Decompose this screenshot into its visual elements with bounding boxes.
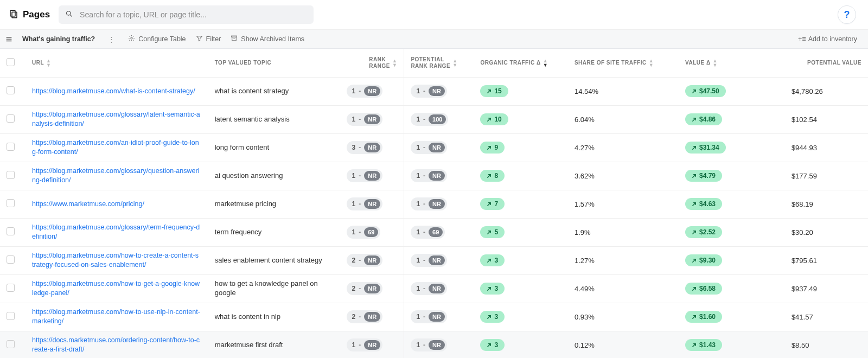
rank-range-pill: 2-NR bbox=[347, 282, 383, 295]
value-delta-pill: $4.79 bbox=[685, 170, 722, 182]
page-url-link[interactable]: https://blog.marketmuse.com/glossary/que… bbox=[32, 167, 200, 185]
table-row: https://blog.marketmuse.com/glossary/ter… bbox=[0, 218, 868, 246]
value-delta-pill: $1.60 bbox=[685, 311, 722, 323]
col-topic[interactable]: TOP VALUED TOPIC bbox=[208, 49, 340, 77]
arrow-up-right-icon bbox=[487, 315, 492, 319]
top-valued-topic: how to get a knowledge panel on google bbox=[208, 274, 340, 303]
potential-value: $4,780.26 bbox=[785, 77, 868, 105]
col-share-traffic[interactable]: SHARE OF SITE TRAFFIC▲▼ bbox=[568, 49, 679, 77]
value-delta-pill: $31.34 bbox=[685, 142, 726, 154]
rank-range-pill: 1-NR bbox=[347, 85, 383, 98]
table-row: https://blog.marketmuse.com/how-to-get-a… bbox=[0, 274, 868, 303]
page-url-link[interactable]: https://blog.marketmuse.com/an-idiot-pro… bbox=[32, 138, 200, 157]
svg-rect-5 bbox=[7, 39, 12, 40]
share-of-traffic: 4.27% bbox=[568, 133, 679, 162]
row-checkbox[interactable] bbox=[7, 227, 15, 235]
potential-rank-range-pill: 1-NR bbox=[411, 310, 447, 323]
gear-icon bbox=[128, 35, 135, 43]
configure-table-button[interactable]: Configure Table bbox=[128, 35, 186, 43]
page-url-link[interactable]: https://blog.marketmuse.com/glossary/ter… bbox=[32, 223, 200, 241]
col-value-delta[interactable]: VALUE Δ▲▼ bbox=[679, 49, 785, 77]
pages-table-wrap: URL▲▼ TOP VALUED TOPIC RANKRANGE▲▼ POTEN… bbox=[0, 49, 868, 358]
top-valued-topic: ai question answering bbox=[208, 162, 340, 190]
page-url-link[interactable]: https://blog.marketmuse.com/how-to-creat… bbox=[32, 251, 200, 270]
sort-icon: ▲▼ bbox=[392, 59, 397, 67]
table-header-row: URL▲▼ TOP VALUED TOPIC RANKRANGE▲▼ POTEN… bbox=[0, 49, 868, 77]
table-row: https://blog.marketmuse.com/an-idiot-pro… bbox=[0, 133, 868, 162]
sort-icon: ▲▼ bbox=[649, 59, 654, 67]
arrow-up-right-icon bbox=[692, 343, 697, 348]
pages-table: URL▲▼ TOP VALUED TOPIC RANKRANGE▲▼ POTEN… bbox=[0, 49, 868, 358]
row-checkbox[interactable] bbox=[7, 312, 15, 320]
page-url-link[interactable]: https://blog.marketmuse.com/how-to-use-n… bbox=[32, 308, 200, 326]
page-url-link[interactable]: https://blog.marketmuse.com/glossary/lat… bbox=[32, 110, 200, 129]
row-checkbox[interactable] bbox=[7, 114, 15, 123]
potential-rank-range-pill: 1-NR bbox=[411, 282, 447, 295]
page-url-link[interactable]: https://www.marketmuse.com/pricing/ bbox=[32, 200, 144, 209]
col-organic-traffic[interactable]: ORGANIC TRAFFIC Δ▲▼ bbox=[474, 49, 567, 77]
row-checkbox[interactable] bbox=[7, 143, 15, 151]
svg-rect-9 bbox=[232, 37, 237, 41]
row-checkbox[interactable] bbox=[7, 284, 15, 292]
top-valued-topic: what is content in nlp bbox=[208, 303, 340, 331]
top-valued-topic: term frequency bbox=[208, 218, 340, 246]
potential-value: $102.54 bbox=[785, 105, 868, 133]
search-icon bbox=[65, 10, 73, 20]
potential-rank-range-pill: 1-NR bbox=[411, 169, 447, 182]
row-checkbox[interactable] bbox=[7, 199, 15, 207]
page-title-block: Pages bbox=[9, 9, 50, 21]
add-to-inventory-button[interactable]: +≡ Add to inventory bbox=[798, 35, 863, 43]
row-checkbox[interactable] bbox=[7, 340, 15, 348]
filter-button[interactable]: Filter bbox=[196, 35, 221, 43]
select-all-checkbox[interactable] bbox=[7, 58, 15, 66]
potential-rank-range-pill: 1-NR bbox=[411, 254, 447, 267]
rank-range-pill: 1-69 bbox=[347, 226, 381, 239]
value-delta-pill: $4.63 bbox=[685, 198, 722, 210]
page-url-link[interactable]: https://docs.marketmuse.com/ordering-con… bbox=[32, 336, 200, 354]
col-potential-value[interactable]: POTENTIAL VALUE bbox=[785, 49, 868, 77]
view-menu-kebab[interactable]: ⋮ bbox=[105, 35, 118, 43]
organic-traffic-delta-pill: 7 bbox=[480, 198, 505, 210]
col-potential-rank-range[interactable]: POTENTIALRANK RANGE▲▼ bbox=[404, 49, 474, 77]
arrow-up-right-icon bbox=[487, 343, 492, 348]
potential-rank-range-pill: 1-NR bbox=[411, 141, 447, 154]
arrow-up-right-icon bbox=[692, 117, 697, 122]
potential-rank-range-pill: 1-NR bbox=[411, 85, 447, 98]
svg-rect-0 bbox=[10, 10, 15, 16]
col-url[interactable]: URL▲▼ bbox=[25, 49, 208, 77]
top-valued-topic: latent semantic analysis bbox=[208, 105, 340, 133]
potential-rank-range-pill: 1-69 bbox=[411, 226, 445, 239]
value-delta-pill: $2.52 bbox=[685, 226, 722, 238]
top-valued-topic: marketmuse pricing bbox=[208, 190, 340, 218]
potential-value: $795.61 bbox=[785, 246, 868, 274]
show-archived-button[interactable]: Show Archived Items bbox=[231, 35, 304, 43]
top-valued-topic: long form content bbox=[208, 133, 340, 162]
search-box[interactable] bbox=[59, 5, 314, 24]
page-url-link[interactable]: https://blog.marketmuse.com/how-to-get-a… bbox=[32, 279, 200, 298]
share-of-traffic: 1.9% bbox=[568, 218, 679, 246]
value-delta-pill: $47.50 bbox=[685, 85, 726, 97]
organic-traffic-delta-pill: 3 bbox=[480, 311, 505, 323]
potential-value: $8.50 bbox=[785, 331, 868, 358]
arrow-up-right-icon bbox=[692, 286, 697, 291]
table-row: https://blog.marketmuse.com/how-to-creat… bbox=[0, 246, 868, 274]
view-name[interactable]: What's gaining traffic? bbox=[22, 35, 95, 43]
help-button[interactable]: ? bbox=[838, 5, 856, 24]
rank-range-pill: 1-NR bbox=[347, 113, 383, 126]
svg-line-3 bbox=[70, 15, 72, 16]
top-valued-topic: sales enablement content strategy bbox=[208, 246, 340, 274]
col-rank-range[interactable]: RANKRANGE▲▼ bbox=[340, 49, 404, 77]
row-checkbox[interactable] bbox=[7, 86, 15, 94]
arrow-up-right-icon bbox=[487, 286, 492, 291]
filter-icon bbox=[196, 35, 203, 43]
page-url-link[interactable]: https://blog.marketmuse.com/what-is-cont… bbox=[32, 87, 195, 96]
share-of-traffic: 6.04% bbox=[568, 105, 679, 133]
row-checkbox[interactable] bbox=[7, 171, 15, 179]
value-delta-pill: $6.58 bbox=[685, 283, 722, 295]
potential-rank-range-pill: 1-NR bbox=[411, 338, 447, 351]
arrow-up-right-icon bbox=[692, 89, 697, 94]
search-input[interactable] bbox=[79, 10, 307, 20]
arrow-up-right-icon bbox=[487, 145, 492, 150]
row-checkbox[interactable] bbox=[7, 255, 15, 264]
saved-views-icon[interactable] bbox=[5, 36, 12, 43]
